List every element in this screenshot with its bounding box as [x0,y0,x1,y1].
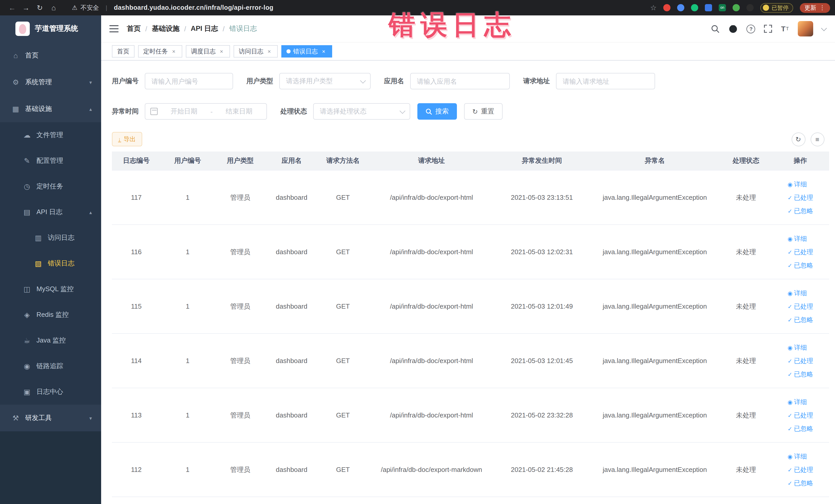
date-range-picker[interactable]: 开始日期 - 结束日期 [145,103,267,120]
check-icon: ✓ [788,463,792,476]
action-detail-link[interactable]: ◉详细 [788,395,807,408]
tab-scheduled-tasks[interactable]: 定时任务 × [138,45,182,58]
close-icon[interactable]: × [266,48,272,55]
browser-reload-button[interactable]: ↻ [33,4,47,12]
action-detail-link[interactable]: ◉详细 [788,232,807,245]
bookmark-star-icon[interactable]: ☆ [650,4,657,12]
process-status-select[interactable]: 请选择处理状态 [313,103,410,120]
action-processed-link[interactable]: ✓已处理 [788,408,813,422]
search-button[interactable]: 搜索 [418,103,457,120]
sidebar-item-tracing[interactable]: ◉ 链路追踪 [0,353,101,379]
action-ignored-link[interactable]: ✓已忽略 [788,204,813,218]
sidebar-item-api-logs[interactable]: ▤ API 日志 ▴ [0,199,101,225]
address-bar[interactable]: ⚠ 不安全 | dashboard.yudao.iocoder.cn/infra… [72,3,273,12]
user-type-label: 用户类型 [246,77,273,86]
action-ignored-link[interactable]: ✓已忽略 [788,313,813,326]
extension-icon-4[interactable] [705,4,712,11]
extension-icon-6[interactable] [733,4,740,11]
paused-extension-badge[interactable]: 已暂停 [760,3,793,13]
breadcrumb-home[interactable]: 首页 [127,24,141,33]
sidebar-item-config-management[interactable]: ✎ 配置管理 [0,148,101,174]
extension-icon-1[interactable] [663,4,670,11]
tab-access-log[interactable]: 访问日志 × [233,45,278,58]
sidebar-item-infrastructure[interactable]: ▦ 基础设施 ▴ [0,96,101,122]
action-processed-link[interactable]: ✓已处理 [788,245,813,259]
help-icon[interactable]: ? [747,24,755,33]
extension-icon-2[interactable] [677,4,684,11]
tab-error-log[interactable]: 错误日志 × [281,45,332,58]
action-ignored-label: 已忽略 [794,259,813,272]
close-icon[interactable]: × [218,48,225,55]
refresh-button[interactable]: ↻ [791,132,805,146]
export-button[interactable]: ↓ 导出 [112,132,142,146]
user-avatar[interactable] [797,21,813,37]
action-detail-link[interactable]: ◉详细 [788,449,807,463]
eye-icon: ◉ [23,362,31,370]
app-logo[interactable]: 芋道管理系统 [0,15,101,42]
sidebar-item-file-management[interactable]: ☁ 文件管理 [0,122,101,148]
extension-icon-7[interactable] [747,4,754,11]
col-log-id: 日志编号 [112,152,161,170]
sidebar-item-error-log[interactable]: ▧ 错误日志 [0,250,101,276]
fullscreen-icon[interactable] [764,25,772,33]
user-type-select[interactable]: 请选择用户类型 [279,73,371,89]
cell-log-id: 112 [112,442,161,497]
table-header-row: 日志编号 用户编号 用户类型 应用名 请求方法名 请求地址 异常发生时间 异常名… [112,152,829,170]
action-detail-link[interactable]: ◉详细 [788,286,807,300]
action-processed-link[interactable]: ✓已处理 [788,300,813,313]
request-url-input[interactable] [556,73,655,89]
cell-actions: ◉详细 ✓已处理 ✓已忽略 [772,225,829,279]
avatar-caret-icon[interactable] [821,25,827,31]
eye-icon: ◉ [788,395,792,408]
extension-icon-3[interactable] [691,4,698,11]
tab-home[interactable]: 首页 [112,45,135,58]
extension-icon-5[interactable]: on [719,4,726,11]
sidebar-item-java-monitor[interactable]: ☕ Java 监控 [0,328,101,353]
column-settings-button[interactable]: ≡ [810,132,824,146]
font-size-icon[interactable]: TT [781,25,789,33]
user-id-input[interactable] [145,73,233,89]
sidebar-item-scheduled-tasks[interactable]: ◷ 定时任务 [0,174,101,199]
action-processed-link[interactable]: ✓已处理 [788,354,813,367]
sidebar-item-mysql-monitor[interactable]: ◫ MySQL 监控 [0,276,101,302]
reset-button[interactable]: ↻ 重置 [464,103,503,120]
breadcrumb-api-logs[interactable]: API 日志 [191,24,218,33]
action-ignored-link[interactable]: ✓已忽略 [788,259,813,272]
close-icon[interactable]: × [320,48,327,55]
sidebar-item-dev-tools[interactable]: ⚒ 研发工具 ▾ [0,405,101,431]
sidebar-item-log-center[interactable]: ▣ 日志中心 [0,379,101,405]
filter-row-1: 用户编号 用户类型 请选择用户类型 应用名 [112,73,824,89]
action-ignored-link[interactable]: ✓已忽略 [788,476,813,490]
breadcrumb: 首页 / 基础设施 / API 日志 / 错误日志 [127,24,257,33]
browser-home-button[interactable]: ⌂ [47,4,61,12]
action-ignored-link[interactable]: ✓已忽略 [788,422,813,435]
eye-icon: ◉ [788,449,792,463]
close-icon[interactable]: × [170,48,177,55]
security-label: 不安全 [81,3,99,12]
tab-schedule-log[interactable]: 调度日志 × [186,45,230,58]
sidebar-item-redis-monitor[interactable]: ◈ Redis 监控 [0,302,101,328]
sidebar-item-home[interactable]: ⌂ 首页 [0,42,101,69]
action-processed-link[interactable]: ✓已处理 [788,463,813,476]
action-detail-label: 详细 [794,449,807,463]
cell-status: 未处理 [720,225,772,279]
github-icon[interactable] [729,24,738,33]
reset-button-label: 重置 [481,107,494,116]
search-icon[interactable] [711,24,720,33]
breadcrumb-infrastructure[interactable]: 基础设施 [152,24,180,33]
action-detail-link[interactable]: ◉详细 [788,177,807,191]
action-detail-link[interactable]: ◉详细 [788,341,807,354]
action-processed-link[interactable]: ✓已处理 [788,191,813,204]
sidebar-item-system-management[interactable]: ⚙ 系统管理 ▾ [0,69,101,96]
menu-fold-icon[interactable] [109,25,119,32]
browser-back-button[interactable]: ← [5,4,19,12]
app-name-input[interactable] [410,73,510,89]
update-label: 更新 [805,4,816,12]
browser-forward-button[interactable]: → [19,4,33,12]
cell-log-id: 114 [112,334,161,388]
tools-icon: ⚒ [11,414,20,422]
col-app-name: 应用名 [266,152,317,170]
browser-update-button[interactable]: 更新 ⋮ [800,3,830,13]
sidebar-item-access-log[interactable]: ▥ 访问日志 [0,225,101,250]
action-ignored-link[interactable]: ✓已忽略 [788,367,813,381]
